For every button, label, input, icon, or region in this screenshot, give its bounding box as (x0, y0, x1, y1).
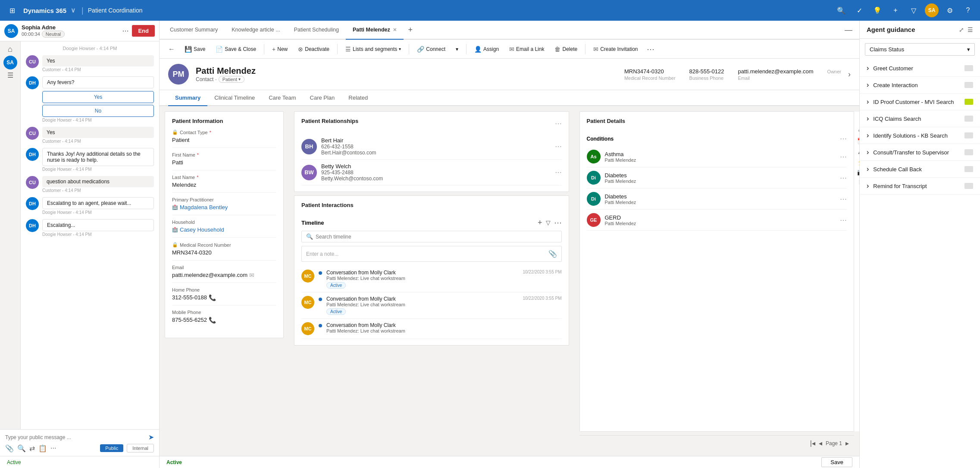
timeline-more-icon[interactable]: ⋯ (554, 218, 562, 227)
patient-tag[interactable]: Patient ▾ (219, 76, 244, 83)
tab-knowledge-article[interactable]: Knowledge article ... (225, 21, 287, 40)
email-link-button[interactable]: ✉ Email a Link (505, 44, 548, 54)
deactivate-button[interactable]: ⊗ Deactivate (294, 44, 334, 54)
condition-more-icon[interactable]: ⋯ (840, 174, 847, 182)
pagination-next-icon[interactable]: ▸ (845, 439, 849, 447)
sidebar-nav-icon[interactable]: ☰ (7, 71, 13, 79)
pencil-icon[interactable]: 🖊 (858, 148, 860, 155)
tab-patient-scheduling[interactable]: Patient Scheduling (287, 21, 346, 40)
send-icon[interactable]: ➤ (148, 433, 154, 441)
option-no-button[interactable]: No (42, 105, 154, 117)
condition-more-icon[interactable]: ⋯ (840, 195, 847, 203)
search-contact-icon[interactable]: 🔍 (17, 444, 26, 452)
tab-close-icon[interactable]: ✕ (393, 27, 397, 33)
option-yes-button[interactable]: Yes (42, 91, 154, 103)
guidance-menu-icon[interactable]: ☰ (967, 26, 973, 33)
guidance-step-solutions[interactable]: Identify Solutions - KB Search (860, 127, 980, 144)
connect-more-button[interactable]: ▾ (451, 44, 463, 54)
checkmark-icon[interactable]: ✓ (852, 3, 866, 17)
guidance-step-id-proof[interactable]: ID Proof Customer - MVI Search (860, 94, 980, 110)
step-expand-icon (867, 115, 869, 122)
contact-more-icon[interactable]: ⋯ (555, 142, 562, 151)
attachment-icon[interactable]: 📎 (5, 444, 14, 452)
end-button[interactable]: End (132, 25, 155, 37)
chat-agent-name: Sophia Adne (22, 24, 119, 31)
household-link[interactable]: 🏥 Casey Household (172, 226, 276, 234)
header-collapse-icon[interactable]: › (848, 70, 851, 79)
msg-bubble: question about medications (42, 176, 154, 187)
guidance-step-create-interaction[interactable]: Create Interaction (860, 77, 980, 94)
pagination-first-icon[interactable]: |◂ (810, 439, 815, 447)
create-invitation-button[interactable]: ✉ Create Invitation (589, 44, 642, 54)
conditions-more-icon[interactable]: ⋯ (840, 135, 847, 143)
sidebar-home-icon[interactable]: ⌂ (8, 45, 13, 54)
phone-action-icon[interactable]: 📞 (209, 294, 216, 301)
search-timeline-input[interactable] (316, 234, 557, 240)
back-nav-icon[interactable]: ← (165, 45, 178, 53)
camera-icon[interactable]: 📷 (857, 169, 859, 176)
contact-more-icon[interactable]: ⋯ (555, 168, 562, 176)
new-button[interactable]: + New (268, 44, 292, 54)
bottom-save-button[interactable]: Save (821, 457, 852, 467)
lightning-icon[interactable]: ⚡ (857, 158, 859, 165)
lightbulb-icon[interactable]: 💡 (870, 3, 884, 17)
heart-icon[interactable]: ♥ (859, 117, 859, 124)
household-field: Household 🏥 Casey Household (172, 220, 276, 238)
guidance-step-remind[interactable]: Remind for Transcript (860, 178, 980, 195)
filter-icon[interactable]: ▽ (907, 3, 921, 17)
notes-icon[interactable]: 📋 (38, 444, 47, 452)
form-tab-care-plan[interactable]: Care Plan (303, 90, 342, 106)
condition-more-icon[interactable]: ⋯ (840, 216, 847, 224)
chat-input[interactable] (5, 434, 146, 440)
form-tab-related[interactable]: Related (341, 90, 375, 106)
guidance-expand-icon[interactable]: ⤢ (959, 26, 964, 33)
timeline-filter-icon[interactable]: ▽ (546, 219, 551, 226)
sidebar-avatar[interactable]: SA (3, 56, 17, 69)
list-item: DH Any fevers? Yes No Doogie Howser - 4:… (26, 76, 154, 122)
flag-icon[interactable]: ⚑ (858, 179, 859, 186)
brand: Dynamics 365 ∨ (23, 6, 77, 14)
form-tab-care-team[interactable]: Care Team (262, 90, 303, 106)
tab-add-button[interactable]: + (404, 21, 417, 39)
user-avatar[interactable]: SA (925, 3, 939, 17)
collapse-icon[interactable]: — (841, 25, 856, 35)
email-action-icon[interactable]: ✉ (249, 272, 254, 279)
save-close-button[interactable]: 📄 Save & Close (211, 44, 260, 54)
mobile-phone-action-icon[interactable]: 📞 (209, 317, 216, 324)
delete-button[interactable]: 🗑 Delete (550, 44, 582, 54)
primary-practitioner-link[interactable]: 🏥 Magdalena Bentley (172, 203, 276, 211)
connect-button[interactable]: 🔗 Connect (413, 44, 450, 54)
guidance-step-greet[interactable]: Greet Customer (860, 60, 980, 77)
search-icon[interactable]: 🔍 (834, 3, 848, 17)
guidance-step-consult[interactable]: Consult/Transfer to Supervisor (860, 144, 980, 161)
lists-segments-button[interactable]: ☰ Lists and segments ▾ (341, 44, 405, 54)
timeline-add-icon[interactable]: + (538, 218, 542, 227)
guidance-step-schedule[interactable]: Schedule Call Back (860, 161, 980, 178)
relationships-more-icon[interactable]: ⋯ (555, 119, 562, 128)
calendar-icon[interactable]: 📅 (857, 138, 859, 144)
save-icon: 💾 (185, 46, 192, 53)
form-tab-clinical-timeline[interactable]: Clinical Timeline (207, 90, 262, 106)
chat-more-icon[interactable]: ··· (122, 26, 128, 35)
more-icon[interactable]: ··· (50, 444, 56, 452)
tab-customer-summary[interactable]: Customer Summary (163, 21, 225, 40)
toolbar-more-icon[interactable]: ⋯ (644, 44, 657, 54)
plus-icon[interactable]: + (889, 3, 902, 17)
save-button[interactable]: 💾 Save (180, 44, 210, 54)
record-avatar: PM (168, 64, 189, 85)
pagination-prev-icon[interactable]: ◂ (819, 439, 822, 447)
public-button[interactable]: Public (100, 444, 123, 452)
assign-button[interactable]: 👤 Assign (470, 44, 503, 54)
note-input[interactable]: Enter a note... 📎 (301, 246, 562, 262)
help-icon[interactable]: ? (961, 3, 975, 17)
claims-status-dropdown[interactable]: Claims Status ▾ (865, 43, 975, 56)
edit-record-icon[interactable]: ✏ (858, 127, 860, 134)
transfer-icon[interactable]: ⇄ (29, 444, 35, 452)
settings-icon[interactable]: ⚙ (943, 3, 957, 17)
tab-patti-melendez[interactable]: Patti Melendez ✕ (346, 21, 404, 40)
internal-button[interactable]: Internal (127, 444, 154, 452)
form-tab-summary[interactable]: Summary (168, 90, 207, 106)
grid-icon[interactable]: ⊞ (5, 3, 19, 17)
condition-more-icon[interactable]: ⋯ (840, 153, 847, 161)
guidance-step-icq[interactable]: ICQ Claims Search (860, 110, 980, 127)
